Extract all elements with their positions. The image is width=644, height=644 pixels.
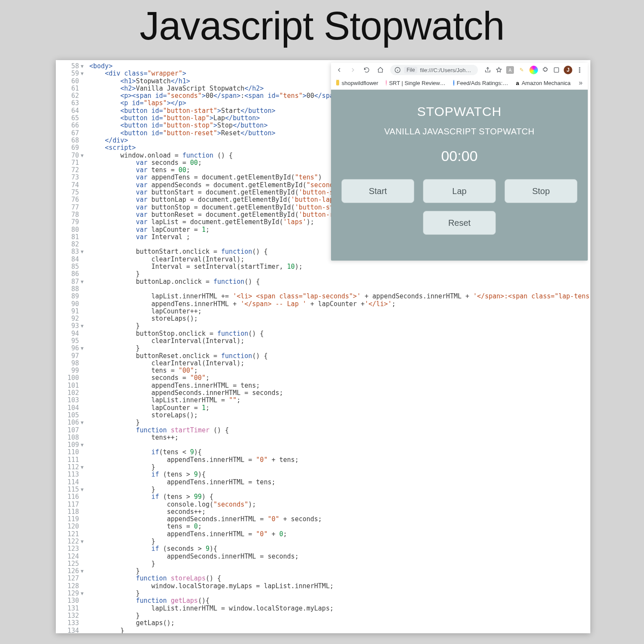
address-path: file:///C:/Users/Joh…: [420, 67, 471, 73]
share-icon[interactable]: [484, 66, 492, 74]
profile-avatar[interactable]: J: [564, 66, 572, 74]
asana-icon: [386, 80, 386, 86]
info-icon: [394, 66, 401, 74]
address-bar[interactable]: File file:///C:/Users/Joh…: [390, 65, 478, 75]
bookmarks-overflow-icon[interactable]: »: [579, 79, 583, 87]
start-button[interactable]: Start: [341, 179, 414, 203]
svg-point-3: [579, 70, 580, 70]
lap-button[interactable]: Lap: [423, 179, 496, 203]
editor-fold-column: ▼ ▼ ▼ ▼ ▼ ▼ ▼ ▼ ▼ ▼ ▼ ▼ ▼ ▼: [81, 60, 88, 633]
facebook-icon: [453, 80, 454, 86]
reload-icon[interactable]: [363, 66, 371, 74]
amazon-icon: a: [516, 80, 519, 86]
address-pill: File: [404, 67, 417, 73]
bookmark-item[interactable]: Feed/Ads Ratings:…: [453, 80, 508, 86]
browser-window: File file:///C:/Users/Joh… A ✎ J shopwil…: [331, 63, 588, 261]
bookmark-label: Feed/Ads Ratings:…: [457, 80, 508, 86]
tens-value: 00: [462, 148, 478, 164]
kebab-icon[interactable]: [576, 66, 583, 74]
extensions-icon[interactable]: [541, 66, 549, 74]
folder-icon: [336, 80, 339, 85]
editor-gutter: 58 59 60 61 62 63 64 65 66 67 68 69 70 7…: [56, 60, 81, 633]
stopwatch-preview: STOPWATCH VANILLA JAVASCRIPT STOPWATCH 0…: [331, 90, 588, 261]
ext-pdf-icon[interactable]: A: [506, 66, 514, 74]
back-icon[interactable]: [335, 66, 343, 74]
bookmark-item[interactable]: aAmazon Mechanica…: [516, 80, 571, 86]
stop-button[interactable]: Stop: [504, 179, 577, 203]
forward-icon[interactable]: [349, 66, 357, 74]
bookmark-item[interactable]: SRT | Single Review…: [386, 80, 446, 86]
ext-pin-icon[interactable]: ✎: [517, 66, 526, 74]
bookmark-label: SRT | Single Review…: [389, 80, 446, 86]
time-display: 00:00: [340, 148, 579, 164]
svg-point-4: [579, 72, 580, 73]
seconds-value: 00: [441, 148, 457, 164]
browser-toolbar: File file:///C:/Users/Joh… A ✎ J: [331, 63, 588, 77]
bookmark-label: shopwildflower: [342, 80, 378, 86]
time-separator: :: [457, 148, 461, 164]
preview-title: STOPWATCH: [340, 104, 579, 119]
tabs-icon[interactable]: [553, 66, 560, 74]
bookmark-label: Amazon Mechanica…: [522, 80, 571, 86]
page-title: Javascript Stopwatch: [0, 3, 644, 49]
ext-circle-icon[interactable]: [529, 66, 538, 74]
home-icon[interactable]: [377, 66, 384, 74]
reset-button[interactable]: Reset: [423, 211, 496, 235]
bookmark-item[interactable]: shopwildflower: [336, 80, 378, 86]
preview-subtitle: VANILLA JAVASCRIPT STOPWATCH: [340, 127, 579, 137]
star-icon[interactable]: [495, 66, 503, 74]
bookmarks-bar: shopwildflower SRT | Single Review… Feed…: [331, 77, 588, 90]
svg-rect-1: [554, 68, 559, 73]
stage: 58 59 60 61 62 63 64 65 66 67 68 69 70 7…: [56, 60, 590, 633]
svg-point-2: [579, 67, 580, 68]
